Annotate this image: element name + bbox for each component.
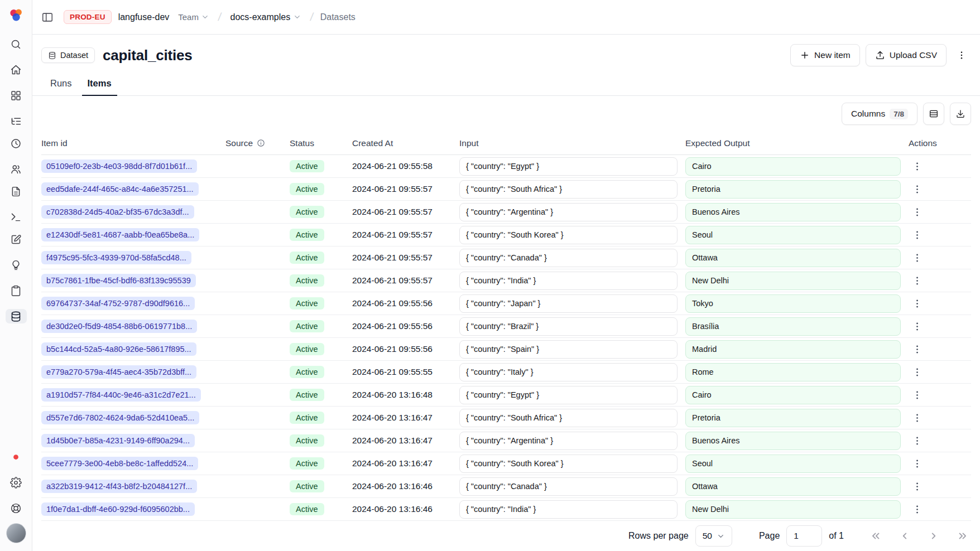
input-value-box[interactable]: { "country": "Canada" } (459, 477, 678, 496)
input-value-box[interactable]: { "country": "South Africa" } (459, 409, 678, 427)
row-height-button[interactable] (923, 103, 944, 125)
column-header-source[interactable]: Source (225, 138, 290, 148)
sidebar-item-playground[interactable] (6, 210, 27, 224)
input-value-box[interactable]: { "country": "India" } (459, 272, 678, 290)
row-actions-button[interactable] (909, 455, 925, 472)
row-actions-button[interactable] (909, 249, 925, 266)
input-value-box[interactable]: { "country": "Egypt" } (459, 386, 678, 404)
expected-output-box[interactable]: Cairo (685, 157, 901, 176)
row-actions-button[interactable] (909, 386, 925, 403)
export-download-button[interactable] (950, 103, 971, 125)
input-value-box[interactable]: { "country": "Spain" } (459, 340, 678, 359)
item-id-link[interactable]: d557e7d6-7802-4624-9da6-52d410ea5... (41, 411, 199, 424)
sidebar-item-settings[interactable] (6, 475, 27, 490)
column-header-input[interactable]: Input (459, 138, 685, 148)
item-id-link[interactable]: 69764737-34af-4752-9787-d90df9616... (41, 297, 195, 310)
sidebar-item-dashboards[interactable] (6, 88, 27, 103)
row-actions-button[interactable] (909, 295, 925, 312)
page-more-actions-button[interactable] (952, 44, 971, 66)
user-avatar[interactable] (6, 523, 26, 543)
sidebar-item-datasets[interactable] (6, 309, 27, 323)
expected-output-box[interactable]: Buenos Aires (685, 432, 901, 450)
organization-name[interactable]: langfuse-dev (118, 12, 170, 22)
item-id-link[interactable]: eed5dafe-244f-465c-a84c-4a6e357251... (41, 182, 199, 196)
column-header-expected-output[interactable]: Expected Output (685, 138, 909, 148)
sidebar-item-prompts[interactable] (6, 184, 27, 199)
expected-output-box[interactable]: Rome (685, 363, 901, 381)
new-item-button[interactable]: New item (790, 44, 860, 66)
item-id-link[interactable]: a322b319-9412-4f43-b8f2-b20484127f... (41, 480, 197, 493)
item-id-link[interactable]: b5c144cd-52a5-4a80-926e-58617f895... (41, 342, 196, 356)
row-actions-button[interactable] (909, 341, 925, 357)
sidebar-item-support[interactable] (6, 501, 27, 515)
row-actions-button[interactable] (909, 501, 925, 518)
sidebar-item-sessions[interactable] (6, 136, 27, 151)
org-role-dropdown[interactable]: Team (176, 11, 212, 23)
input-value-box[interactable]: { "country": "South Korea" } (459, 226, 678, 244)
item-id-link[interactable]: c702838d-24d5-40a2-bf35-67dc3a3df... (41, 205, 194, 219)
sidebar-item-evaluation[interactable] (6, 232, 27, 246)
item-id-link[interactable]: a1910d57-7f84-440c-9e46-a31c2d7e21... (41, 388, 201, 402)
expected-output-box[interactable]: Pretoria (685, 180, 901, 199)
sidebar-toggle-button[interactable] (38, 8, 57, 27)
item-id-link[interactable]: e12430df-5e81-4687-aabb-f0ea65be8a... (41, 228, 199, 241)
input-value-box[interactable]: { "country": "Brazil" } (459, 317, 678, 336)
row-actions-button[interactable] (909, 409, 925, 426)
expected-output-box[interactable]: Pretoria (685, 409, 901, 427)
sidebar-item-annotation[interactable] (6, 283, 27, 298)
column-header-item-id[interactable]: Item id (41, 138, 225, 148)
row-actions-button[interactable] (909, 204, 925, 220)
rows-per-page-select[interactable]: 50 (695, 525, 732, 547)
input-value-box[interactable]: { "country": "Egypt" } (459, 157, 678, 176)
page-number-input[interactable] (786, 525, 822, 547)
item-id-link[interactable]: 1f0e7da1-dbff-4e60-929d-f6095602bb... (41, 502, 195, 516)
columns-button[interactable]: Columns 7/8 (842, 103, 917, 125)
item-id-link[interactable]: 1d45b0e7-b85a-4231-9149-6ff90a294... (41, 434, 195, 447)
sidebar-item-search[interactable] (6, 37, 27, 51)
sidebar-item-home[interactable] (6, 62, 27, 77)
breadcrumb-section[interactable]: Datasets (320, 12, 356, 22)
input-value-box[interactable]: { "country": "Canada" } (459, 249, 678, 267)
input-value-box[interactable]: { "country": "India" } (459, 500, 678, 519)
column-header-created-at[interactable]: Created At (352, 138, 459, 148)
tab-runs[interactable]: Runs (45, 78, 78, 95)
expected-output-box[interactable]: Seoul (685, 455, 901, 473)
item-id-link[interactable]: e779a270-579a-4f45-aec4-35b72d3bff... (41, 365, 196, 379)
sidebar-item-users[interactable] (6, 162, 27, 176)
item-id-link[interactable]: de30d2e0-f5d9-4854-88b6-0619771b8... (41, 320, 197, 333)
input-value-box[interactable]: { "country": "Argentina" } (459, 203, 678, 221)
item-id-link[interactable]: 05109ef0-2e3b-4e03-98dd-8f7d01b61f... (41, 160, 197, 173)
row-actions-button[interactable] (909, 432, 925, 449)
expected-output-box[interactable]: Buenos Aires (685, 203, 901, 221)
expected-output-box[interactable]: Brasília (685, 317, 901, 336)
sidebar-item-llm-as-a-judge[interactable] (6, 258, 27, 272)
item-id-link[interactable]: 5cee7779-3e00-4eb8-be8c-1affedd524... (41, 457, 198, 470)
row-actions-button[interactable] (909, 181, 925, 197)
row-actions-button[interactable] (909, 272, 925, 289)
item-id-link[interactable]: b75c7861-1fbe-45cf-bdf6-83f139c95539 (41, 274, 196, 287)
input-value-box[interactable]: { "country": "Italy" } (459, 363, 678, 381)
expected-output-box[interactable]: Ottawa (685, 249, 901, 267)
row-actions-button[interactable] (909, 364, 925, 380)
item-id-link[interactable]: f4975c95-5fc3-4939-970d-58fa5cd48... (41, 251, 191, 264)
column-header-status[interactable]: Status (290, 138, 352, 148)
first-page-button[interactable] (867, 528, 884, 544)
project-dropdown[interactable]: docs-examples (228, 11, 304, 24)
tab-items[interactable]: Items (82, 78, 117, 95)
previous-page-button[interactable] (896, 528, 913, 544)
next-page-button[interactable] (925, 528, 942, 544)
sidebar-item-tracing[interactable] (6, 114, 27, 128)
row-actions-button[interactable] (909, 478, 925, 495)
expected-output-box[interactable]: Madrid (685, 340, 901, 359)
expected-output-box[interactable]: Cairo (685, 386, 901, 404)
row-actions-button[interactable] (909, 158, 925, 175)
row-actions-button[interactable] (909, 318, 925, 335)
input-value-box[interactable]: { "country": "South Africa" } (459, 180, 678, 199)
input-value-box[interactable]: { "country": "Argentina" } (459, 432, 678, 450)
row-actions-button[interactable] (909, 226, 925, 243)
upload-csv-button[interactable]: Upload CSV (866, 44, 947, 66)
expected-output-box[interactable]: Seoul (685, 226, 901, 244)
last-page-button[interactable] (954, 528, 971, 544)
input-value-box[interactable]: { "country": "South Korea" } (459, 455, 678, 473)
sidebar-item-recording-status[interactable] (6, 450, 27, 464)
